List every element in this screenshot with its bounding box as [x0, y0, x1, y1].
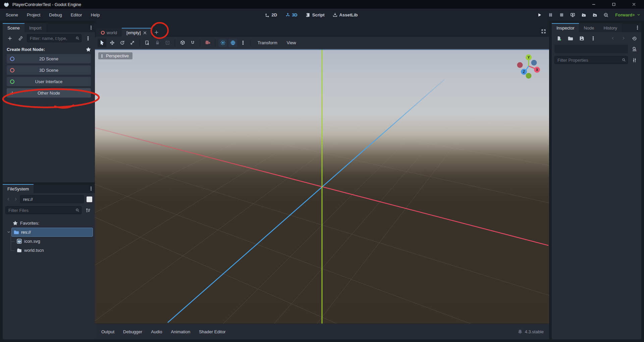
open-docs-icon[interactable]: DOC — [630, 45, 639, 53]
group-selected-button[interactable] — [163, 39, 172, 47]
file-filter-input[interactable] — [6, 208, 81, 213]
notification-bell-icon[interactable] — [518, 329, 523, 334]
current-path-field[interactable]: res:// — [20, 195, 84, 203]
toolbar-separator — [175, 39, 175, 47]
property-filter-input[interactable] — [555, 58, 628, 63]
bottom-tab-audio[interactable]: Audio — [147, 327, 166, 337]
view-gizmo[interactable]: Y X Z — [516, 51, 544, 79]
menu-editor[interactable]: Editor — [66, 9, 87, 21]
projection-menu[interactable]: Perspective — [98, 52, 132, 59]
file-filter — [5, 206, 82, 214]
tab-import[interactable]: Import — [24, 23, 46, 32]
window-title: PlayerControlerTest - Godot Engine — [12, 2, 81, 7]
tree-row-favorites[interactable]: Favorites: — [3, 219, 95, 228]
scale-mode-button[interactable] — [128, 39, 137, 47]
collapse-chevron-icon[interactable] — [7, 230, 11, 234]
filesystem-filter-row — [3, 204, 95, 217]
scene-dock-menu-icon[interactable] — [87, 23, 95, 32]
close-tab-icon[interactable] — [143, 31, 147, 35]
tree-row-res-root[interactable]: res:// — [11, 228, 93, 237]
rotate-mode-button[interactable] — [118, 39, 126, 47]
scene-tab-empty[interactable]: [empty] — [122, 28, 152, 37]
expand-viewport-icon[interactable] — [539, 27, 548, 36]
preview-sunlight-button[interactable] — [218, 39, 227, 47]
bottom-tab-output[interactable]: Output — [97, 327, 119, 337]
sort-files-icon[interactable] — [84, 206, 92, 215]
view-menu[interactable]: View — [283, 40, 300, 45]
window-maximize-button[interactable] — [604, 0, 624, 9]
scene-tab-world[interactable]: world — [96, 28, 122, 37]
history-back-icon[interactable] — [5, 195, 11, 203]
tab-history[interactable]: History — [599, 23, 622, 32]
gizmo-neg-y-ball — [526, 73, 532, 79]
menu-debug[interactable]: Debug — [45, 9, 66, 21]
filesystem-menu-icon[interactable] — [87, 184, 95, 193]
play-custom-scene-button[interactable] — [590, 10, 599, 19]
3d-icon — [285, 12, 290, 17]
play-scene-button[interactable] — [579, 10, 588, 19]
edit-history-icon[interactable] — [630, 34, 639, 43]
bottom-tab-shader-editor[interactable]: Shader Editor — [195, 327, 230, 337]
tab-scene[interactable]: Scene — [3, 23, 24, 32]
add-node-button[interactable] — [5, 34, 14, 43]
scene-tree-menu-icon[interactable] — [84, 34, 92, 43]
titlebar: PlayerControlerTest - Godot Engine — [0, 0, 644, 9]
play-button[interactable] — [535, 10, 544, 19]
snap-magnet-button[interactable] — [188, 39, 197, 47]
workspace-3d-button[interactable]: 3D — [282, 11, 300, 19]
menu-project[interactable]: Project — [22, 9, 45, 21]
window-minimize-button[interactable] — [584, 0, 604, 9]
pause-button[interactable] — [546, 10, 555, 19]
workspace-2d-button[interactable]: 2D — [262, 11, 280, 19]
tab-inspector[interactable]: Inspector — [552, 23, 579, 32]
viewport-options-icon[interactable] — [238, 39, 247, 47]
viewport-3d[interactable]: Perspective Y X Z — [95, 49, 549, 324]
menu-help[interactable]: Help — [87, 9, 104, 21]
toolbar-separator — [215, 39, 215, 47]
gizmo-neg-z-ball — [531, 60, 537, 66]
menu-scene[interactable]: Scene — [1, 9, 22, 21]
remote-debug-icon[interactable] — [568, 10, 577, 19]
workspace-assetlib-button[interactable]: AssetLib — [330, 11, 361, 19]
movie-maker-icon[interactable] — [601, 10, 610, 19]
bottom-tab-debugger[interactable]: Debugger — [119, 327, 147, 337]
new-resource-button[interactable] — [554, 34, 563, 43]
renderer-select[interactable]: Forward+ — [612, 12, 641, 17]
filesystem-dock: FileSystem res:// Favorites: — [3, 184, 95, 339]
tree-row-world-tscn[interactable]: world.tscn — [3, 246, 95, 255]
tab-node[interactable]: Node — [579, 23, 599, 32]
scene-filter-input[interactable] — [27, 36, 81, 41]
tab-filesystem[interactable]: FileSystem — [3, 184, 34, 193]
inspector-menu-icon[interactable] — [633, 23, 641, 32]
create-2d-scene-button[interactable]: 2D Scene — [7, 54, 91, 63]
preview-environment-button[interactable] — [228, 39, 237, 47]
instance-scene-button[interactable] — [16, 34, 25, 43]
window-close-button[interactable] — [624, 0, 644, 9]
lock-selected-button[interactable] — [153, 39, 162, 47]
resource-options-icon[interactable] — [589, 34, 597, 43]
transform-menu[interactable]: Transform — [254, 40, 281, 45]
move-mode-button[interactable] — [108, 39, 116, 47]
tree-row-icon-svg[interactable]: icon.svg — [3, 237, 95, 246]
filter-options-icon[interactable] — [630, 56, 639, 64]
workspace-script-button[interactable]: Script — [303, 11, 327, 19]
select-mode-button[interactable] — [98, 39, 106, 47]
ruler-box-button[interactable] — [178, 39, 187, 47]
edit-back-icon[interactable] — [608, 34, 617, 43]
edit-forward-icon[interactable] — [619, 34, 628, 43]
new-scene-tab-button[interactable] — [152, 28, 162, 37]
filesystem-nav: res:// — [3, 193, 95, 204]
stop-button[interactable] — [557, 10, 566, 19]
toggle-split-mode-button[interactable] — [87, 196, 92, 202]
camera-override-button[interactable] — [203, 39, 212, 47]
favorites-star-icon[interactable] — [86, 47, 91, 52]
history-forward-icon[interactable] — [13, 195, 19, 203]
bottom-tab-animation[interactable]: Animation — [166, 327, 195, 337]
create-3d-scene-button[interactable]: 3D Scene — [7, 65, 91, 75]
create-user-interface-button[interactable]: User Interface — [7, 77, 91, 86]
save-resource-button[interactable] — [577, 34, 586, 43]
assetlib-icon — [333, 12, 338, 17]
create-other-node-button[interactable]: Other Node — [7, 88, 91, 98]
list-select-button[interactable] — [143, 39, 152, 47]
load-resource-button[interactable] — [566, 34, 575, 43]
